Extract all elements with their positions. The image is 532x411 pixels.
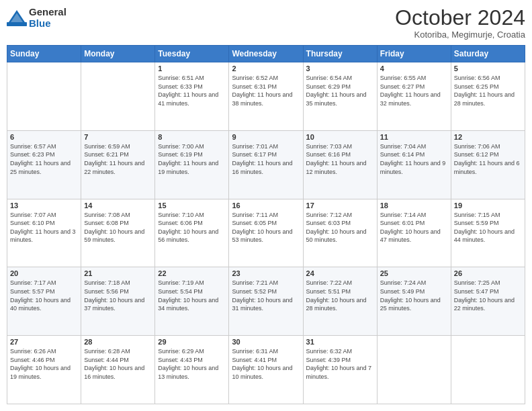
- day-info: Sunrise: 7:00 AMSunset: 6:19 PMDaylight:…: [158, 142, 226, 176]
- logo-blue-text: Blue: [29, 18, 66, 30]
- day-number: 12: [454, 133, 522, 141]
- day-info: Sunrise: 7:25 AMSunset: 5:47 PMDaylight:…: [454, 279, 522, 312]
- day-number: 28: [84, 338, 152, 346]
- calendar-cell: 3Sunrise: 6:54 AMSunset: 6:29 PMDaylight…: [303, 62, 377, 131]
- calendar-cell: 7Sunrise: 6:59 AMSunset: 6:21 PMDaylight…: [81, 130, 155, 199]
- day-number: 3: [306, 64, 374, 73]
- calendar-week-row: 13Sunrise: 7:07 AMSunset: 6:10 PMDayligh…: [7, 199, 525, 267]
- day-info: Sunrise: 6:26 AMSunset: 4:46 PMDaylight:…: [10, 347, 78, 381]
- calendar-cell: 27Sunrise: 6:26 AMSunset: 4:46 PMDayligh…: [7, 336, 81, 404]
- location: Kotoriba, Megimurje, Croatia: [395, 30, 525, 40]
- calendar-cell: 15Sunrise: 7:10 AMSunset: 6:06 PMDayligh…: [155, 199, 229, 267]
- calendar-cell: 28Sunrise: 6:28 AMSunset: 4:44 PMDayligh…: [81, 336, 155, 404]
- day-number: 6: [10, 133, 78, 141]
- calendar-cell: 18Sunrise: 7:14 AMSunset: 6:01 PMDayligh…: [377, 199, 451, 267]
- day-number: 29: [158, 338, 226, 346]
- day-number: 4: [380, 64, 448, 73]
- logo-text: General Blue: [29, 7, 66, 29]
- page: General Blue October 2024 Kotoriba, Megi…: [0, 0, 532, 411]
- day-number: 30: [232, 338, 300, 346]
- day-info: Sunrise: 7:03 AMSunset: 6:16 PMDaylight:…: [306, 142, 374, 176]
- logo: General Blue: [7, 7, 66, 29]
- calendar-cell: 2Sunrise: 6:52 AMSunset: 6:31 PMDaylight…: [229, 62, 303, 131]
- day-of-week-header: Saturday: [451, 46, 525, 62]
- calendar-cell: 29Sunrise: 6:29 AMSunset: 4:43 PMDayligh…: [155, 336, 229, 404]
- day-number: 10: [306, 133, 374, 141]
- day-info: Sunrise: 7:08 AMSunset: 6:08 PMDaylight:…: [84, 211, 152, 244]
- calendar-cell: 17Sunrise: 7:12 AMSunset: 6:03 PMDayligh…: [303, 199, 377, 267]
- day-info: Sunrise: 7:04 AMSunset: 6:14 PMDaylight:…: [380, 142, 448, 176]
- day-info: Sunrise: 6:31 AMSunset: 4:41 PMDaylight:…: [232, 347, 300, 381]
- calendar: SundayMondayTuesdayWednesdayThursdayFrid…: [7, 45, 525, 404]
- day-number: 1: [158, 64, 226, 73]
- day-number: 5: [454, 64, 522, 73]
- day-number: 25: [380, 269, 448, 277]
- calendar-cell: 19Sunrise: 7:15 AMSunset: 5:59 PMDayligh…: [451, 199, 525, 267]
- day-number: 26: [454, 269, 522, 277]
- day-info: Sunrise: 7:22 AMSunset: 5:51 PMDaylight:…: [306, 279, 374, 312]
- calendar-cell: 23Sunrise: 7:21 AMSunset: 5:52 PMDayligh…: [229, 267, 303, 336]
- calendar-cell: 24Sunrise: 7:22 AMSunset: 5:51 PMDayligh…: [303, 267, 377, 336]
- calendar-cell: 12Sunrise: 7:06 AMSunset: 6:12 PMDayligh…: [451, 130, 525, 199]
- calendar-week-row: 20Sunrise: 7:17 AMSunset: 5:57 PMDayligh…: [7, 267, 525, 336]
- logo-icon: [7, 8, 27, 28]
- day-info: Sunrise: 6:59 AMSunset: 6:21 PMDaylight:…: [84, 142, 152, 176]
- calendar-cell: 13Sunrise: 7:07 AMSunset: 6:10 PMDayligh…: [7, 199, 81, 267]
- calendar-week-row: 27Sunrise: 6:26 AMSunset: 4:46 PMDayligh…: [7, 336, 525, 404]
- day-number: 20: [10, 269, 78, 277]
- day-info: Sunrise: 7:19 AMSunset: 5:54 PMDaylight:…: [158, 279, 226, 312]
- day-number: 23: [232, 269, 300, 277]
- calendar-cell: 26Sunrise: 7:25 AMSunset: 5:47 PMDayligh…: [451, 267, 525, 336]
- day-info: Sunrise: 7:11 AMSunset: 6:05 PMDaylight:…: [232, 211, 300, 244]
- header: General Blue October 2024 Kotoriba, Megi…: [7, 7, 525, 40]
- day-number: 18: [380, 201, 448, 210]
- calendar-cell: 5Sunrise: 6:56 AMSunset: 6:25 PMDaylight…: [451, 62, 525, 131]
- day-of-week-header: Monday: [81, 46, 155, 62]
- day-number: 14: [84, 201, 152, 210]
- calendar-cell: 1Sunrise: 6:51 AMSunset: 6:33 PMDaylight…: [155, 62, 229, 131]
- month-title: October 2024: [395, 7, 525, 28]
- day-info: Sunrise: 7:18 AMSunset: 5:56 PMDaylight:…: [84, 279, 152, 312]
- day-number: 7: [84, 133, 152, 141]
- day-number: 9: [232, 133, 300, 141]
- logo-general-text: General: [29, 7, 66, 18]
- day-info: Sunrise: 6:55 AMSunset: 6:27 PMDaylight:…: [380, 74, 448, 107]
- day-number: 31: [306, 338, 374, 346]
- day-info: Sunrise: 7:15 AMSunset: 5:59 PMDaylight:…: [454, 211, 522, 244]
- day-of-week-header: Tuesday: [155, 46, 229, 62]
- day-of-week-header: Thursday: [303, 46, 377, 62]
- day-number: 24: [306, 269, 374, 277]
- calendar-cell: 9Sunrise: 7:01 AMSunset: 6:17 PMDaylight…: [229, 130, 303, 199]
- calendar-cell: 14Sunrise: 7:08 AMSunset: 6:08 PMDayligh…: [81, 199, 155, 267]
- day-info: Sunrise: 7:12 AMSunset: 6:03 PMDaylight:…: [306, 211, 374, 244]
- calendar-cell: 16Sunrise: 7:11 AMSunset: 6:05 PMDayligh…: [229, 199, 303, 267]
- calendar-cell: 31Sunrise: 6:32 AMSunset: 4:39 PMDayligh…: [303, 336, 377, 404]
- calendar-cell: 8Sunrise: 7:00 AMSunset: 6:19 PMDaylight…: [155, 130, 229, 199]
- day-number: 16: [232, 201, 300, 210]
- day-info: Sunrise: 6:56 AMSunset: 6:25 PMDaylight:…: [454, 74, 522, 107]
- calendar-cell: [81, 62, 155, 131]
- day-info: Sunrise: 6:54 AMSunset: 6:29 PMDaylight:…: [306, 74, 374, 107]
- calendar-cell: 11Sunrise: 7:04 AMSunset: 6:14 PMDayligh…: [377, 130, 451, 199]
- calendar-cell: 6Sunrise: 6:57 AMSunset: 6:23 PMDaylight…: [7, 130, 81, 199]
- calendar-week-row: 6Sunrise: 6:57 AMSunset: 6:23 PMDaylight…: [7, 130, 525, 199]
- calendar-cell: 21Sunrise: 7:18 AMSunset: 5:56 PMDayligh…: [81, 267, 155, 336]
- day-info: Sunrise: 6:32 AMSunset: 4:39 PMDaylight:…: [306, 347, 374, 381]
- day-number: 19: [454, 201, 522, 210]
- day-info: Sunrise: 7:06 AMSunset: 6:12 PMDaylight:…: [454, 142, 522, 176]
- day-number: 22: [158, 269, 226, 277]
- calendar-cell: 30Sunrise: 6:31 AMSunset: 4:41 PMDayligh…: [229, 336, 303, 404]
- day-info: Sunrise: 7:01 AMSunset: 6:17 PMDaylight:…: [232, 142, 300, 176]
- day-of-week-header: Friday: [377, 46, 451, 62]
- calendar-header-row: SundayMondayTuesdayWednesdayThursdayFrid…: [7, 46, 525, 62]
- header-right: October 2024 Kotoriba, Megimurje, Croati…: [395, 7, 525, 40]
- day-info: Sunrise: 7:14 AMSunset: 6:01 PMDaylight:…: [380, 211, 448, 244]
- day-number: 27: [10, 338, 78, 346]
- day-of-week-header: Wednesday: [229, 46, 303, 62]
- calendar-cell: [377, 336, 451, 404]
- calendar-cell: 20Sunrise: 7:17 AMSunset: 5:57 PMDayligh…: [7, 267, 81, 336]
- calendar-cell: 25Sunrise: 7:24 AMSunset: 5:49 PMDayligh…: [377, 267, 451, 336]
- day-info: Sunrise: 7:24 AMSunset: 5:49 PMDaylight:…: [380, 279, 448, 312]
- day-info: Sunrise: 6:28 AMSunset: 4:44 PMDaylight:…: [84, 347, 152, 381]
- day-number: 15: [158, 201, 226, 210]
